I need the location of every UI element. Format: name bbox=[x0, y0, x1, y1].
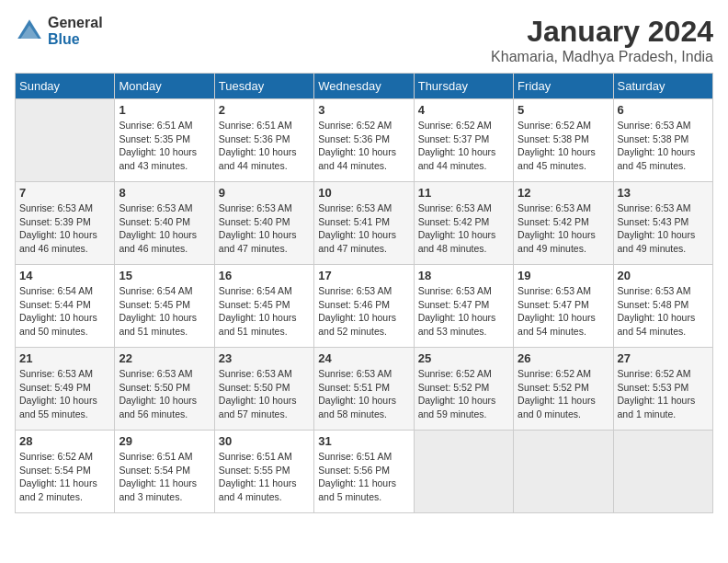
calendar-cell: 19Sunrise: 6:53 AM Sunset: 5:47 PM Dayli… bbox=[514, 265, 613, 348]
day-info: Sunrise: 6:51 AM Sunset: 5:56 PM Dayligh… bbox=[318, 450, 409, 504]
day-number: 28 bbox=[19, 434, 110, 448]
day-number: 22 bbox=[119, 351, 210, 365]
day-number: 27 bbox=[618, 351, 709, 365]
calendar-cell: 28Sunrise: 6:52 AM Sunset: 5:54 PM Dayli… bbox=[16, 431, 115, 513]
day-info: Sunrise: 6:52 AM Sunset: 5:52 PM Dayligh… bbox=[418, 367, 509, 421]
logo: General Blue bbox=[15, 15, 103, 47]
day-number: 29 bbox=[119, 434, 210, 448]
day-number: 17 bbox=[318, 269, 409, 282]
day-info: Sunrise: 6:53 AM Sunset: 5:49 PM Dayligh… bbox=[19, 367, 110, 421]
day-info: Sunrise: 6:53 AM Sunset: 5:40 PM Dayligh… bbox=[219, 201, 310, 256]
day-info: Sunrise: 6:53 AM Sunset: 5:42 PM Dayligh… bbox=[518, 201, 609, 256]
calendar-cell: 29Sunrise: 6:51 AM Sunset: 5:54 PM Dayli… bbox=[115, 431, 214, 513]
header-saturday: Saturday bbox=[613, 74, 712, 99]
day-number: 10 bbox=[318, 186, 409, 200]
calendar-cell: 15Sunrise: 6:54 AM Sunset: 5:45 PM Dayli… bbox=[115, 265, 214, 348]
day-number: 7 bbox=[19, 186, 110, 200]
day-info: Sunrise: 6:54 AM Sunset: 5:45 PM Dayligh… bbox=[119, 284, 210, 339]
day-info: Sunrise: 6:54 AM Sunset: 5:45 PM Dayligh… bbox=[219, 284, 310, 339]
week-row-2: 14Sunrise: 6:54 AM Sunset: 5:44 PM Dayli… bbox=[16, 265, 713, 348]
calendar-cell bbox=[514, 431, 613, 513]
day-number: 25 bbox=[418, 351, 509, 365]
day-number: 5 bbox=[518, 103, 609, 117]
calendar-cell: 2Sunrise: 6:51 AM Sunset: 5:36 PM Daylig… bbox=[214, 99, 313, 182]
week-row-0: 1Sunrise: 6:51 AM Sunset: 5:35 PM Daylig… bbox=[16, 99, 713, 182]
week-row-3: 21Sunrise: 6:53 AM Sunset: 5:49 PM Dayli… bbox=[16, 348, 713, 431]
calendar-cell: 13Sunrise: 6:53 AM Sunset: 5:43 PM Dayli… bbox=[613, 182, 712, 265]
calendar-cell bbox=[613, 431, 712, 513]
day-number: 24 bbox=[318, 351, 409, 365]
calendar-cell: 23Sunrise: 6:53 AM Sunset: 5:50 PM Dayli… bbox=[214, 348, 313, 431]
day-info: Sunrise: 6:52 AM Sunset: 5:36 PM Dayligh… bbox=[318, 119, 409, 173]
calendar-cell: 22Sunrise: 6:53 AM Sunset: 5:50 PM Dayli… bbox=[115, 348, 214, 431]
calendar-cell: 10Sunrise: 6:53 AM Sunset: 5:41 PM Dayli… bbox=[314, 182, 414, 265]
calendar-cell: 12Sunrise: 6:53 AM Sunset: 5:42 PM Dayli… bbox=[514, 182, 613, 265]
day-number: 2 bbox=[219, 103, 310, 117]
day-number: 8 bbox=[119, 186, 210, 200]
calendar-cell: 16Sunrise: 6:54 AM Sunset: 5:45 PM Dayli… bbox=[214, 265, 313, 348]
day-info: Sunrise: 6:53 AM Sunset: 5:50 PM Dayligh… bbox=[119, 367, 210, 421]
day-number: 19 bbox=[518, 269, 609, 282]
day-info: Sunrise: 6:52 AM Sunset: 5:52 PM Dayligh… bbox=[518, 367, 609, 421]
day-info: Sunrise: 6:52 AM Sunset: 5:53 PM Dayligh… bbox=[618, 367, 709, 421]
title-section: January 2024 Khamaria, Madhya Pradesh, I… bbox=[491, 15, 713, 65]
calendar-cell: 9Sunrise: 6:53 AM Sunset: 5:40 PM Daylig… bbox=[214, 182, 313, 265]
day-info: Sunrise: 6:54 AM Sunset: 5:44 PM Dayligh… bbox=[19, 284, 110, 339]
day-number: 31 bbox=[318, 434, 409, 448]
day-info: Sunrise: 6:53 AM Sunset: 5:47 PM Dayligh… bbox=[418, 284, 509, 339]
calendar-cell: 26Sunrise: 6:52 AM Sunset: 5:52 PM Dayli… bbox=[514, 348, 613, 431]
calendar-table: SundayMondayTuesdayWednesdayThursdayFrid… bbox=[15, 73, 713, 513]
day-info: Sunrise: 6:53 AM Sunset: 5:46 PM Dayligh… bbox=[318, 284, 409, 339]
day-info: Sunrise: 6:51 AM Sunset: 5:54 PM Dayligh… bbox=[119, 450, 210, 504]
day-info: Sunrise: 6:53 AM Sunset: 5:38 PM Dayligh… bbox=[618, 119, 709, 173]
day-info: Sunrise: 6:53 AM Sunset: 5:40 PM Dayligh… bbox=[119, 201, 210, 256]
calendar-cell: 31Sunrise: 6:51 AM Sunset: 5:56 PM Dayli… bbox=[314, 431, 414, 513]
calendar-title: January 2024 bbox=[491, 15, 713, 49]
header-friday: Friday bbox=[514, 74, 613, 99]
calendar-cell: 8Sunrise: 6:53 AM Sunset: 5:40 PM Daylig… bbox=[115, 182, 214, 265]
calendar-cell: 4Sunrise: 6:52 AM Sunset: 5:37 PM Daylig… bbox=[414, 99, 513, 182]
day-number: 15 bbox=[119, 269, 210, 282]
day-number: 26 bbox=[518, 351, 609, 365]
calendar-cell: 18Sunrise: 6:53 AM Sunset: 5:47 PM Dayli… bbox=[414, 265, 513, 348]
day-number: 4 bbox=[418, 103, 509, 117]
calendar-cell: 25Sunrise: 6:52 AM Sunset: 5:52 PM Dayli… bbox=[414, 348, 513, 431]
header-monday: Monday bbox=[115, 74, 214, 99]
logo-icon bbox=[15, 17, 44, 46]
logo-blue: Blue bbox=[48, 31, 80, 47]
calendar-cell: 27Sunrise: 6:52 AM Sunset: 5:53 PM Dayli… bbox=[613, 348, 712, 431]
day-number: 23 bbox=[219, 351, 310, 365]
calendar-cell: 30Sunrise: 6:51 AM Sunset: 5:55 PM Dayli… bbox=[214, 431, 313, 513]
calendar-cell: 7Sunrise: 6:53 AM Sunset: 5:39 PM Daylig… bbox=[16, 182, 115, 265]
day-number: 6 bbox=[618, 103, 709, 117]
day-info: Sunrise: 6:53 AM Sunset: 5:50 PM Dayligh… bbox=[219, 367, 310, 421]
header-tuesday: Tuesday bbox=[214, 74, 313, 99]
day-info: Sunrise: 6:52 AM Sunset: 5:37 PM Dayligh… bbox=[418, 119, 509, 173]
header-wednesday: Wednesday bbox=[314, 74, 414, 99]
week-row-4: 28Sunrise: 6:52 AM Sunset: 5:54 PM Dayli… bbox=[16, 431, 713, 513]
day-info: Sunrise: 6:52 AM Sunset: 5:54 PM Dayligh… bbox=[19, 450, 110, 504]
week-row-1: 7Sunrise: 6:53 AM Sunset: 5:39 PM Daylig… bbox=[16, 182, 713, 265]
calendar-cell bbox=[16, 99, 115, 182]
day-number: 11 bbox=[418, 186, 509, 200]
day-number: 18 bbox=[418, 269, 509, 282]
calendar-subtitle: Khamaria, Madhya Pradesh, India bbox=[491, 49, 713, 65]
calendar-cell: 21Sunrise: 6:53 AM Sunset: 5:49 PM Dayli… bbox=[16, 348, 115, 431]
day-info: Sunrise: 6:51 AM Sunset: 5:36 PM Dayligh… bbox=[219, 119, 310, 173]
day-number: 21 bbox=[19, 351, 110, 365]
day-info: Sunrise: 6:53 AM Sunset: 5:47 PM Dayligh… bbox=[518, 284, 609, 339]
day-number: 3 bbox=[318, 103, 409, 117]
day-info: Sunrise: 6:53 AM Sunset: 5:39 PM Dayligh… bbox=[19, 201, 110, 256]
day-number: 16 bbox=[219, 269, 310, 282]
calendar-cell: 6Sunrise: 6:53 AM Sunset: 5:38 PM Daylig… bbox=[613, 99, 712, 182]
day-number: 20 bbox=[618, 269, 709, 282]
day-info: Sunrise: 6:53 AM Sunset: 5:41 PM Dayligh… bbox=[318, 201, 409, 256]
logo-general: General bbox=[48, 15, 103, 30]
day-number: 12 bbox=[518, 186, 609, 200]
day-number: 30 bbox=[219, 434, 310, 448]
page-header: General Blue January 2024 Khamaria, Madh… bbox=[15, 15, 713, 65]
day-info: Sunrise: 6:52 AM Sunset: 5:38 PM Dayligh… bbox=[518, 119, 609, 173]
calendar-cell: 11Sunrise: 6:53 AM Sunset: 5:42 PM Dayli… bbox=[414, 182, 513, 265]
calendar-body: 1Sunrise: 6:51 AM Sunset: 5:35 PM Daylig… bbox=[16, 99, 713, 513]
day-number: 13 bbox=[618, 186, 709, 200]
